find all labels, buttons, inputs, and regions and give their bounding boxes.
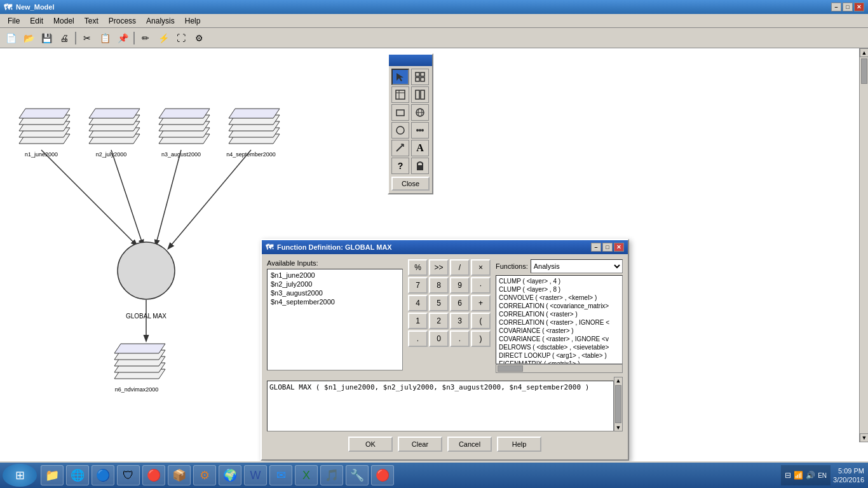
close-button[interactable]: ✕ <box>854 3 864 11</box>
text-tool[interactable]: A <box>411 140 429 156</box>
expression-input[interactable] <box>267 381 614 431</box>
columns-tool[interactable] <box>411 86 429 103</box>
func-item-1[interactable]: CLUMP ( <layer> , 8 ) <box>498 285 621 294</box>
expr-scrollbar[interactable]: ▲ ▼ <box>614 377 623 431</box>
expr-scroll-down[interactable]: ▼ <box>616 424 621 431</box>
draw-button[interactable]: ✏ <box>137 30 154 46</box>
run-button[interactable]: ⚡ <box>155 30 172 46</box>
calc-divide[interactable]: / <box>450 259 470 276</box>
dialog-close[interactable]: ✕ <box>614 243 624 252</box>
ok-button[interactable]: OK <box>348 437 393 452</box>
calc-6[interactable]: 6 <box>450 295 470 311</box>
menu-analysis[interactable]: Analysis <box>141 15 180 27</box>
scroll-down[interactable]: ▼ <box>860 433 868 442</box>
input-item-1[interactable]: $n2_july2000 <box>269 280 401 288</box>
input-item-0[interactable]: $n1_june2000 <box>269 271 401 280</box>
taskbar-app-idrisi[interactable]: ⚙ <box>193 465 216 485</box>
calc-percent[interactable]: % <box>408 259 428 276</box>
taskbar-app-tool[interactable]: 🔧 <box>346 465 369 485</box>
func-item-9[interactable]: DIRECT LOOKUP ( <arg1> , <table> ) <box>498 351 621 360</box>
taskbar-app-maps[interactable]: 🌍 <box>219 465 241 485</box>
paste-button[interactable]: 📌 <box>114 30 131 46</box>
dialog-minimize[interactable]: – <box>591 243 601 252</box>
start-button[interactable]: ⊞ <box>3 464 37 487</box>
taskbar-app-red2[interactable]: 🔴 <box>371 465 394 485</box>
taskbar-app-explorer[interactable]: 📁 <box>41 465 64 485</box>
calc-plus[interactable]: + <box>471 295 491 311</box>
calc-decimal[interactable]: . <box>408 330 428 347</box>
clock[interactable]: 5:09 PM 3/20/2016 <box>833 466 864 485</box>
func-item-7[interactable]: COVARIANCE ( <raster> , IGNORE <v <box>498 335 621 343</box>
scroll-thumb[interactable] <box>861 58 867 84</box>
main-scrollbar[interactable]: ▲ ▼ <box>859 48 868 442</box>
func-item-2[interactable]: CONVOLVE ( <raster> , <kernel> ) <box>498 294 621 302</box>
taskbar-app-mail[interactable]: ✉ <box>269 465 292 485</box>
functions-hscrollbar[interactable] <box>496 364 623 373</box>
func-item-5[interactable]: CORRELATION ( <raster> , IGNORE < <box>498 318 621 327</box>
taskbar-app-vlc[interactable]: 🎵 <box>320 465 343 485</box>
zoom-button[interactable]: ⛶ <box>173 30 189 46</box>
rect-tool[interactable] <box>391 104 409 121</box>
calc-0[interactable]: 0 <box>429 330 449 347</box>
dots-tool[interactable] <box>411 122 429 139</box>
calc-5[interactable]: 5 <box>429 295 449 311</box>
taskbar-app-word[interactable]: W <box>244 465 267 485</box>
globe-tool[interactable] <box>411 104 429 121</box>
new-button[interactable]: 📄 <box>3 30 19 46</box>
menu-model[interactable]: Model <box>48 15 79 27</box>
taskbar-app-package[interactable]: 📦 <box>168 465 191 485</box>
copy-button[interactable]: 📋 <box>97 30 113 46</box>
inputs-list[interactable]: $n1_june2000 $n2_july2000 $n3_august2000… <box>267 269 403 370</box>
calc-multiply[interactable]: × <box>471 259 491 276</box>
func-item-4[interactable]: CORRELATION ( <raster> ) <box>498 310 621 318</box>
cut-button[interactable]: ✂ <box>79 30 95 46</box>
clear-button[interactable]: Clear <box>398 437 442 452</box>
func-item-8[interactable]: DELROWS ( <dsctable> , <sievetable> <box>498 343 621 351</box>
calc-rshift[interactable]: >> <box>429 259 449 276</box>
calc-7[interactable]: 7 <box>408 277 428 294</box>
func-item-6[interactable]: COVARIANCE ( <raster> ) <box>498 327 621 335</box>
menu-help[interactable]: Help <box>180 15 206 27</box>
save-button[interactable]: 💾 <box>38 30 55 46</box>
calc-1[interactable]: 1 <box>408 313 428 329</box>
calc-9[interactable]: 9 <box>450 277 470 294</box>
scroll-up[interactable]: ▲ <box>860 48 868 57</box>
maximize-button[interactable]: □ <box>843 3 853 11</box>
print-button[interactable]: 🖨 <box>56 30 72 46</box>
functions-list[interactable]: CLUMP ( <layer> , 4 ) CLUMP ( <layer> , … <box>496 275 623 364</box>
pointer-tool[interactable] <box>391 69 409 85</box>
calc-8[interactable]: 8 <box>429 277 449 294</box>
grid-icon[interactable] <box>411 69 429 85</box>
open-button[interactable]: 📂 <box>20 30 37 46</box>
menu-process[interactable]: Process <box>104 15 141 27</box>
taskbar-app-excel[interactable]: X <box>295 465 318 485</box>
calc-4[interactable]: 4 <box>408 295 428 311</box>
calc-dot2[interactable]: . <box>450 330 470 347</box>
help-button[interactable]: Help <box>497 437 541 452</box>
question-tool[interactable]: ? <box>391 158 409 174</box>
circle-tool[interactable] <box>391 122 409 139</box>
functions-category-select[interactable]: Analysis <box>531 259 623 273</box>
line-tool[interactable] <box>391 140 409 156</box>
taskbar-app-idshield[interactable]: 🛡 <box>117 465 140 485</box>
settings-button[interactable]: ⚙ <box>191 30 207 46</box>
taskbar-app-chrome[interactable]: 🔵 <box>92 465 114 485</box>
menu-edit[interactable]: Edit <box>25 15 48 27</box>
calc-open-paren[interactable]: ( <box>471 313 491 329</box>
taskbar-app-ie[interactable]: 🌐 <box>66 465 89 485</box>
calc-dot1[interactable]: · <box>471 277 491 294</box>
minimize-button[interactable]: – <box>831 3 841 11</box>
table-tool[interactable] <box>391 86 409 103</box>
lock-tool[interactable] <box>411 158 429 174</box>
cancel-button[interactable]: Cancel <box>447 437 492 452</box>
input-item-3[interactable]: $n4_september2000 <box>269 297 401 306</box>
menu-file[interactable]: File <box>3 15 25 27</box>
functions-hscrollbar-thumb[interactable] <box>498 365 523 372</box>
calc-3[interactable]: 3 <box>450 313 470 329</box>
palette-close-button[interactable]: Close <box>391 177 430 191</box>
expr-scroll-up[interactable]: ▲ <box>616 377 621 384</box>
expr-scroll-thumb[interactable] <box>615 385 621 423</box>
dialog-maximize[interactable]: □ <box>602 243 613 252</box>
menu-text[interactable]: Text <box>79 15 104 27</box>
input-item-2[interactable]: $n3_august2000 <box>269 288 401 297</box>
